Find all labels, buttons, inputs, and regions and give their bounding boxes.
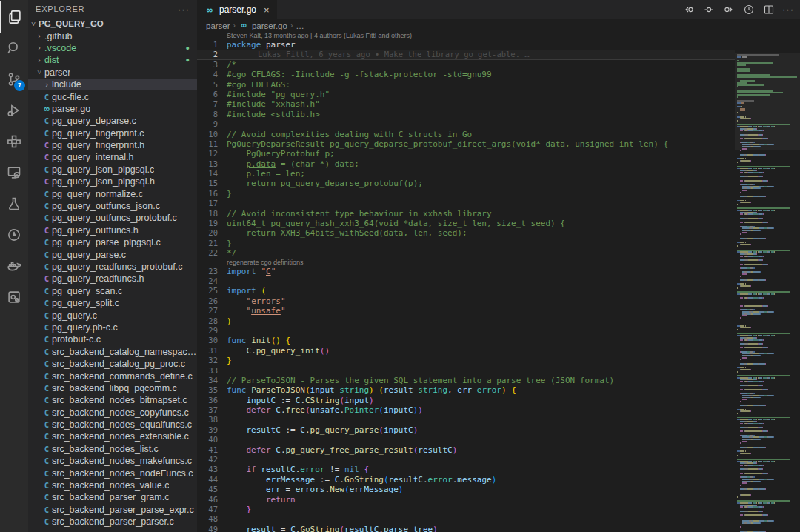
- line-content[interactable]: uint64_t pg_query_hash_xxh3_64(void *dat…: [221, 219, 735, 228]
- line-content[interactable]: p.data = (char *) data;: [221, 159, 735, 169]
- explorer-more-actions-icon[interactable]: ···: [178, 4, 190, 15]
- line-number[interactable]: 30: [197, 336, 221, 345]
- code-line-4[interactable]: 4#cgo CFLAGS: -Iinclude -g -fstack-prote…: [197, 70, 735, 79]
- line-number[interactable]: 8: [197, 110, 221, 119]
- code-line-25[interactable]: 25import (: [197, 286, 735, 296]
- line-number[interactable]: 45: [197, 485, 221, 494]
- line-content[interactable]: result = C.GoString(resultC.parse_tree): [221, 525, 735, 532]
- code-line-35[interactable]: 35func ParseToJSON(input string) (result…: [197, 385, 735, 395]
- tree-item-pg-query-scan-c[interactable]: Cpg_query_scan.c: [28, 285, 197, 297]
- tree-item-src-backend-libpq-pqcomm-c[interactable]: Csrc_backend_libpq_pqcomm.c: [28, 382, 197, 394]
- code-line-31[interactable]: 31 C.pg_query_init(): [197, 346, 735, 356]
- extensions-icon[interactable]: [0, 126, 28, 157]
- line-content[interactable]: return XXH3_64bits_withSeed(data, len, s…: [221, 228, 735, 238]
- previous-change-icon[interactable]: [682, 3, 695, 16]
- tree-item-protobuf-c-c[interactable]: Cprotobuf-c.c: [28, 333, 197, 345]
- code-line-5[interactable]: 5#cgo LDFLAGS:: [197, 80, 735, 90]
- code-line-22[interactable]: 22*/: [197, 248, 735, 258]
- code-line-18[interactable]: 18// Avoid inconsistent type behaviour i…: [197, 209, 735, 219]
- code-line-48[interactable]: 48: [197, 514, 735, 524]
- compare-changes-icon[interactable]: [702, 3, 715, 16]
- tree-item-src-backend-parser-gram-c[interactable]: Csrc_backend_parser_gram.c: [28, 491, 197, 503]
- line-content[interactable]: // Avoid complexities dealing with C str…: [221, 130, 735, 139]
- line-number[interactable]: 36: [197, 396, 221, 405]
- line-content[interactable]: [221, 326, 735, 336]
- tree-item-src-backend-nodes-extensible-c[interactable]: Csrc_backend_nodes_extensible.c: [28, 430, 197, 442]
- testing-icon[interactable]: [0, 188, 28, 219]
- line-content[interactable]: }: [221, 356, 735, 365]
- line-content[interactable]: [221, 276, 735, 286]
- line-content[interactable]: resultC := C.pg_query_parse(inputC): [221, 425, 735, 435]
- code-line-6[interactable]: 6#include "pg_query.h": [197, 90, 735, 99]
- line-content[interactable]: package parser: [221, 40, 735, 50]
- tree-item-pg-query-internal-h[interactable]: Cpg_query_internal.h: [28, 151, 197, 163]
- line-content[interactable]: #include "pg_query.h": [221, 90, 735, 99]
- line-content[interactable]: ): [221, 316, 735, 326]
- line-content[interactable]: */: [221, 248, 735, 258]
- tree-item-pg-query-readfuncs-h[interactable]: Cpg_query_readfuncs.h: [28, 273, 197, 285]
- tree-item-src-backend-parser-parser-c[interactable]: Csrc_backend_parser_parser.c: [28, 516, 197, 528]
- line-content[interactable]: return pg_query_deparse_protobuf(p);: [221, 179, 735, 188]
- line-content[interactable]: inputC := C.CString(input): [221, 396, 735, 405]
- tree-item-pg-query-json-plpgsql-c[interactable]: Cpg_query_json_plpgsql.c: [28, 164, 197, 176]
- line-number[interactable]: 19: [197, 219, 221, 228]
- line-number[interactable]: 3: [197, 60, 221, 70]
- line-number[interactable]: 48: [197, 514, 221, 524]
- minimap[interactable]: [735, 32, 800, 532]
- line-number[interactable]: 5: [197, 80, 221, 90]
- line-content[interactable]: #cgo LDFLAGS:: [221, 80, 735, 90]
- line-content[interactable]: if resultC.error != nil {: [221, 465, 735, 474]
- line-content[interactable]: [221, 199, 735, 208]
- tree-item-pg-query-outfuncs-protobuf-c[interactable]: Cpg_query_outfuncs_protobuf.c: [28, 212, 197, 224]
- code-line-24[interactable]: 24: [197, 276, 735, 286]
- line-content[interactable]: }: [221, 239, 735, 248]
- line-content[interactable]: Lukas Fittl, 6 years ago • Make the libr…: [221, 50, 735, 59]
- files-icon[interactable]: [0, 1, 28, 33]
- line-content[interactable]: p.len = len;: [221, 169, 735, 179]
- tree-item-src-backend-nodes-copyfuncs-c[interactable]: Csrc_backend_nodes_copyfuncs.c: [28, 407, 197, 419]
- tree-item-guc-file-c[interactable]: Cguc-file.c: [28, 90, 197, 102]
- code-line-49[interactable]: 49 result = C.GoString(resultC.parse_tre…: [197, 525, 735, 532]
- line-number[interactable]: 18: [197, 209, 221, 219]
- line-content[interactable]: defer C.free(unsafe.Pointer(inputC)): [221, 405, 735, 415]
- line-content[interactable]: [221, 119, 735, 129]
- line-content[interactable]: #include "xxhash.h": [221, 99, 735, 109]
- line-content[interactable]: "unsafe": [221, 306, 735, 316]
- line-number[interactable]: 9: [197, 119, 221, 129]
- more-actions-icon[interactable]: ···: [782, 4, 794, 15]
- search-icon[interactable]: [0, 33, 28, 64]
- tree-item--github[interactable]: ›.github: [28, 30, 197, 41]
- line-number[interactable]: 4: [197, 70, 221, 79]
- line-content[interactable]: /*: [221, 60, 735, 70]
- line-number[interactable]: 16: [197, 189, 221, 199]
- tree-item-include[interactable]: ›include: [28, 79, 197, 90]
- line-number[interactable]: 31: [197, 346, 221, 356]
- line-number[interactable]: 34: [197, 376, 221, 385]
- code-line-33[interactable]: 33: [197, 366, 735, 376]
- line-content[interactable]: }: [221, 505, 735, 514]
- tree-item-pg-query-parse-c[interactable]: Cpg_query_parse.c: [28, 248, 197, 260]
- line-number[interactable]: 21: [197, 239, 221, 248]
- line-number[interactable]: 24: [197, 276, 221, 286]
- line-number[interactable]: 29: [197, 326, 221, 336]
- line-number[interactable]: 43: [197, 465, 221, 474]
- tree-item-pg-query-readfuncs-protobuf-c[interactable]: Cpg_query_readfuncs_protobuf.c: [28, 261, 197, 273]
- line-number[interactable]: 27: [197, 306, 221, 316]
- code-line-8[interactable]: 8#include <stdlib.h>: [197, 110, 735, 119]
- code-line-10[interactable]: 10// Avoid complexities dealing with C s…: [197, 130, 735, 139]
- code-line-37[interactable]: 37 defer C.free(unsafe.Pointer(inputC)): [197, 405, 735, 415]
- tree-item-src-backend-nodes-bitmapset-c[interactable]: Csrc_backend_nodes_bitmapset.c: [28, 394, 197, 406]
- line-number[interactable]: 15: [197, 179, 221, 188]
- source-control-icon[interactable]: 7: [0, 64, 28, 95]
- tree-item-src-backend-nodes-list-c[interactable]: Csrc_backend_nodes_list.c: [28, 443, 197, 455]
- line-number[interactable]: 41: [197, 445, 221, 455]
- line-number[interactable]: 11: [197, 139, 221, 149]
- code-line-13[interactable]: 13 p.data = (char *) data;: [197, 159, 735, 169]
- breadcrumb-item[interactable]: parser.go: [252, 21, 287, 30]
- line-content[interactable]: #cgo CFLAGS: -Iinclude -g -fstack-protec…: [221, 70, 735, 79]
- code-line-26[interactable]: 26 "errors": [197, 296, 735, 306]
- code-line-42[interactable]: 42: [197, 455, 735, 465]
- breadcrumb-item[interactable]: parser: [206, 21, 230, 30]
- code-line-38[interactable]: 38: [197, 415, 735, 425]
- tree-item-src-backend-nodes-value-c[interactable]: Csrc_backend_nodes_value.c: [28, 479, 197, 491]
